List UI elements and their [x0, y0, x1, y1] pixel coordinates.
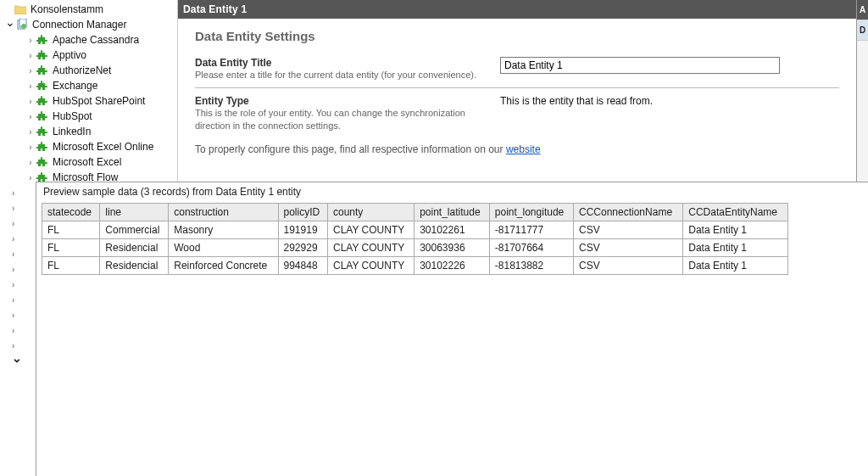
right-cell-d[interactable]: D: [857, 20, 868, 41]
tree-connection-manager[interactable]: Connection Manager: [2, 17, 177, 32]
sidebar-item[interactable]: AuthorizeNet: [2, 63, 177, 78]
preview-panel: Preview sample data (3 records) from Dat…: [36, 182, 868, 476]
table-cell: Data Entity 1: [683, 239, 788, 257]
puzzle-icon: [36, 95, 49, 107]
sidebar-item[interactable]: Microsoft Excel Online: [2, 139, 177, 154]
table-cell: Residencial: [100, 239, 169, 257]
table-cell: 30063936: [415, 239, 490, 257]
table-header[interactable]: CCDataEntityName: [683, 204, 788, 221]
expand-arrow-icon[interactable]: [25, 81, 36, 91]
tree-arrow-icon[interactable]: [2, 307, 34, 322]
type-label: Entity Type: [195, 95, 500, 107]
tree-root[interactable]: Konsolenstamm: [2, 2, 177, 17]
entity-header-title: Data Entity 1: [183, 3, 247, 15]
table-row[interactable]: FLCommercialMasonry191919CLAY COUNTY3010…: [42, 221, 788, 239]
preview-table: statecodelineconstructionpolicyIDcountyp…: [42, 203, 788, 275]
sidebar-item-label: Apptivo: [53, 49, 86, 61]
table-header[interactable]: construction: [169, 204, 278, 221]
tree-arrow-icon[interactable]: [2, 277, 34, 292]
table-cell: Commercial: [100, 221, 169, 239]
table-cell: CSV: [574, 257, 683, 275]
sidebar-item[interactable]: LinkedIn: [2, 124, 177, 139]
table-row[interactable]: FLResidencialReinforced Concrete994848CL…: [42, 257, 788, 275]
sidebar-item-label: AuthorizeNet: [53, 64, 111, 76]
expand-arrow-icon[interactable]: [25, 127, 36, 137]
puzzle-icon: [36, 64, 49, 76]
setting-type-row: Entity Type This is the role of your ent…: [195, 95, 839, 132]
title-desc: Please enter a title for the current dat…: [195, 69, 483, 81]
right-cell-a[interactable]: A: [857, 0, 868, 20]
page-title: Data Entity Settings: [195, 29, 839, 43]
expand-arrow-icon[interactable]: [25, 158, 36, 167]
puzzle-icon: [36, 156, 49, 168]
tree-arrow-icon[interactable]: [2, 246, 34, 261]
puzzle-icon: [36, 126, 49, 137]
tree-arrow-icon[interactable]: [2, 185, 34, 200]
expand-arrow-icon[interactable]: [25, 36, 36, 45]
sidebar-item-label: HubSpot: [53, 110, 92, 122]
table-cell: CSV: [574, 239, 683, 257]
expand-arrow-icon[interactable]: [5, 18, 15, 31]
table-header[interactable]: line: [100, 204, 169, 221]
sidebar-item-label: Apache Cassandra: [53, 34, 139, 46]
tree-overflow-arrows: [2, 185, 34, 368]
sidebar-item[interactable]: HubSpot SharePoint: [2, 93, 177, 109]
expand-arrow-icon[interactable]: [25, 112, 36, 121]
table-cell: Data Entity 1: [683, 221, 788, 239]
sidebar-item[interactable]: Apache Cassandra: [2, 32, 177, 48]
table-cell: 30102226: [415, 257, 490, 275]
config-hint-prefix: To properly configure this page, find al…: [195, 143, 506, 155]
tree-arrow-icon[interactable]: [2, 231, 34, 246]
puzzle-icon: [36, 80, 49, 92]
tree-arrow-icon[interactable]: [2, 322, 34, 338]
tree-arrow-icon[interactable]: [2, 353, 34, 368]
table-cell: Residencial: [100, 257, 169, 275]
table-row[interactable]: FLResidencialWood292929CLAY COUNTY300639…: [42, 239, 788, 257]
sidebar-item-label: Exchange: [53, 80, 97, 92]
table-header[interactable]: statecode: [42, 204, 100, 221]
table-cell: 30102261: [415, 221, 490, 239]
tree-arrow-icon[interactable]: [2, 261, 34, 277]
folder-icon: [14, 3, 27, 15]
table-cell: Reinforced Concrete: [169, 257, 278, 275]
type-desc: This is the role of your entity. You can…: [195, 107, 483, 132]
table-header[interactable]: CCConnectionName: [574, 204, 683, 221]
tree-arrow-icon[interactable]: [2, 292, 34, 307]
table-header[interactable]: policyID: [278, 204, 328, 221]
table-cell: 994848: [278, 257, 328, 275]
expand-arrow-icon[interactable]: [25, 97, 36, 106]
sidebar-item[interactable]: Exchange: [2, 78, 177, 93]
table-header[interactable]: point_longitude: [489, 204, 573, 221]
table-cell: -81711777: [489, 221, 573, 239]
table-header[interactable]: point_latitude: [415, 204, 490, 221]
expand-arrow-icon[interactable]: [25, 51, 36, 60]
sidebar-item[interactable]: Microsoft Excel: [2, 154, 177, 170]
website-link[interactable]: website: [506, 143, 541, 155]
expand-arrow-icon[interactable]: [25, 173, 36, 182]
config-hint: To properly configure this page, find al…: [195, 143, 839, 155]
table-cell: FL: [42, 221, 100, 239]
table-cell: CSV: [574, 221, 683, 239]
expand-arrow-icon[interactable]: [25, 66, 36, 76]
sidebar-item[interactable]: Apptivo: [2, 48, 177, 63]
entity-title-input[interactable]: [500, 57, 780, 74]
puzzle-icon: [36, 110, 49, 122]
table-cell: -81813882: [489, 257, 573, 275]
table-cell: 191919: [278, 221, 328, 239]
type-value: This is the entity that is read from.: [500, 95, 839, 107]
table-cell: -81707664: [489, 239, 573, 257]
table-cell: Data Entity 1: [683, 257, 788, 275]
puzzle-icon: [36, 141, 49, 153]
table-cell: Masonry: [169, 221, 278, 239]
sidebar-item-label: Microsoft Excel: [53, 156, 121, 168]
table-cell: CLAY COUNTY: [328, 221, 415, 239]
expand-arrow-icon[interactable]: [25, 143, 36, 152]
tree-manager-label: Connection Manager: [32, 19, 126, 31]
sidebar-item[interactable]: HubSpot: [2, 109, 177, 124]
puzzle-icon: [36, 49, 49, 61]
tree-arrow-icon[interactable]: [2, 216, 34, 231]
entity-header: Data Entity 1: [178, 0, 856, 19]
table-header[interactable]: county: [328, 204, 415, 221]
table-cell: FL: [42, 239, 100, 257]
tree-arrow-icon[interactable]: [2, 200, 34, 216]
